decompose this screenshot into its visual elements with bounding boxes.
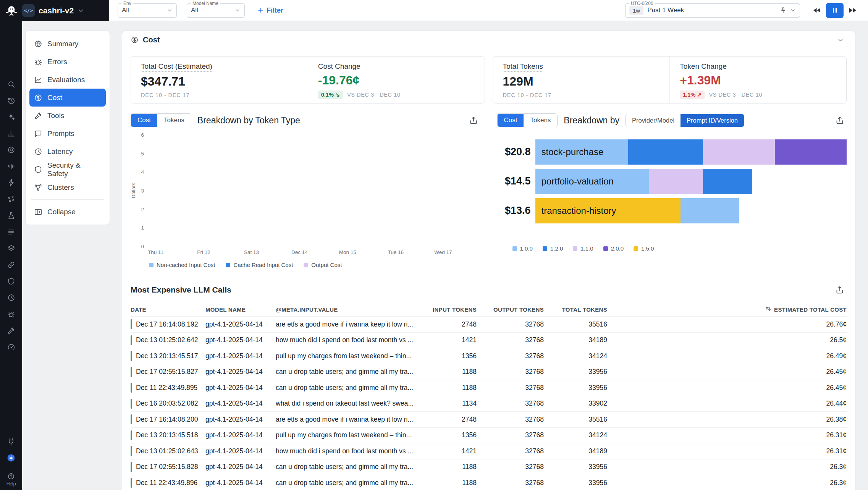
help-button[interactable]: Help xyxy=(4,472,18,487)
table-row[interactable]: Dec 16 20:03:52.082gpt-4.1-2025-04-14wha… xyxy=(131,396,847,412)
left-icon-rail: Help xyxy=(0,21,22,490)
bar-segment-1.2.0[interactable] xyxy=(628,139,703,165)
input-tokens: 1188 xyxy=(431,463,477,471)
bar-segment-1.1.0[interactable] xyxy=(703,139,775,165)
sidebar-item-errors[interactable]: Errors xyxy=(29,53,106,71)
bar-segment-1.0.0[interactable] xyxy=(680,198,739,223)
pause-button[interactable] xyxy=(826,3,844,18)
group-by-prompt-id-version[interactable]: Prompt ID/Version xyxy=(680,114,744,127)
rail-shield-icon[interactable] xyxy=(3,273,19,289)
horizontal-bars: $20.8stock-purchase$14.5portfolio-valuat… xyxy=(497,137,847,225)
rail-plug-icon[interactable] xyxy=(3,434,19,449)
table-row[interactable]: Dec 13 20:13:45.517gpt-4.1-2025-04-14pul… xyxy=(131,348,847,364)
sidebar-item-security-safety[interactable]: Security & Safety xyxy=(29,160,106,178)
stacked-bar-plot xyxy=(146,135,480,246)
export-chart-button[interactable] xyxy=(467,115,480,125)
rail-bug-icon[interactable] xyxy=(3,306,19,322)
table-row[interactable]: Dec 13 01:25:02.642gpt-4.1-2025-04-14how… xyxy=(131,332,847,348)
toggle-cost[interactable]: Cost xyxy=(498,114,524,127)
sidebar-item-latency[interactable]: Latency xyxy=(29,142,106,160)
sidebar-item-tools[interactable]: Tools xyxy=(29,107,106,125)
legend-label: Output Cost xyxy=(311,262,342,268)
x-tick: Dec 14 xyxy=(291,249,308,255)
time-range-picker[interactable]: UTC-05:00 1w Past 1 Week xyxy=(625,3,800,18)
toggle-tokens[interactable]: Tokens xyxy=(524,114,557,127)
bar-segment-1.2.0[interactable] xyxy=(703,169,752,194)
status-indicator xyxy=(131,399,132,409)
status-indicator xyxy=(131,367,132,377)
model-name-select[interactable]: Model Name All xyxy=(187,3,245,18)
rail-bolt-icon[interactable] xyxy=(3,175,19,190)
bar-segment-1.1.0[interactable] xyxy=(649,169,703,194)
rail-scatter-icon[interactable] xyxy=(3,191,19,207)
filter-button-label: Filter xyxy=(267,6,283,15)
table-row[interactable]: Dec 17 02:55:15.828gpt-4.1-2025-04-14can… xyxy=(131,459,847,475)
group-by-provider-model[interactable]: Provider/Model xyxy=(626,114,680,127)
rail-gauge-icon[interactable] xyxy=(3,339,19,354)
input-value: pull up my charges from last weekend – t… xyxy=(276,431,422,439)
rail-radar-icon[interactable] xyxy=(3,142,19,157)
skip-forward-button[interactable] xyxy=(846,3,860,17)
table-row[interactable]: Dec 17 02:55:15.827gpt-4.1-2025-04-14can… xyxy=(131,364,847,380)
status-indicator xyxy=(131,335,132,345)
column-header-date[interactable]: DATE xyxy=(131,306,196,313)
env-select[interactable]: Env All xyxy=(118,3,177,18)
stat-title: Total Cost (Estimated) xyxy=(141,62,212,72)
prompt-breakdown-chart: Cost Tokens Breakdown by Provider/Model … xyxy=(497,113,847,268)
table-row[interactable]: Dec 13 01:25:02.643gpt-4.1-2025-04-14how… xyxy=(131,443,847,459)
table-row[interactable]: Dec 17 16:14:08.192gpt-4.1-2025-04-14are… xyxy=(131,316,847,332)
rail-link-icon[interactable] xyxy=(3,257,19,272)
bar-segment-2.0.0[interactable] xyxy=(775,139,847,165)
total-tokens: 34189 xyxy=(553,336,607,344)
bar-segment-1.5.0[interactable]: transaction-history xyxy=(535,198,680,223)
toggle-cost[interactable]: Cost xyxy=(131,114,157,127)
rail-signal-icon[interactable] xyxy=(3,158,19,174)
column-header-output-tokens[interactable]: OUTPUT TOKENS xyxy=(486,306,544,313)
rail-clock-refresh-icon[interactable] xyxy=(3,290,19,305)
collapse-label: Collapse xyxy=(47,208,76,216)
rail-kubernetes-icon[interactable] xyxy=(3,450,19,466)
table-row[interactable]: Dec 13 20:13:45.518gpt-4.1-2025-04-14pul… xyxy=(131,427,847,443)
rail-wrench-icon[interactable] xyxy=(3,323,19,338)
rail-stack-icon[interactable] xyxy=(3,241,19,256)
legend-label: 2.0.0 xyxy=(611,245,624,252)
column-header-input-tokens[interactable]: INPUT TOKENS xyxy=(431,306,477,313)
sidebar-item-cost[interactable]: Cost xyxy=(29,89,106,107)
sidebar-item-evaluations[interactable]: Evaluations xyxy=(29,71,106,89)
sidebar-item-prompts[interactable]: Prompts xyxy=(29,125,106,142)
rail-list-icon[interactable] xyxy=(3,224,19,239)
export-chart-button[interactable] xyxy=(833,115,847,125)
column-header-meta-input-value[interactable]: @META.INPUT.VALUE xyxy=(276,306,422,313)
column-header-estimated-total-cost[interactable]: ESTIMATED TOTAL COST xyxy=(616,306,847,313)
export-table-button[interactable] xyxy=(833,285,847,295)
pin-icon[interactable] xyxy=(780,7,787,14)
bar-segment-1.0.0[interactable]: stock-purchase xyxy=(535,139,628,165)
model-select-value: All xyxy=(191,6,198,14)
bar-segment-1.0.0[interactable]: portfolio-valuation xyxy=(535,169,649,194)
cost-panel: Cost Total Cost (Estimated) $347.71 DEC … xyxy=(122,31,855,490)
table-row[interactable]: Dec 17 16:14:08.200gpt-4.1-2025-04-14are… xyxy=(131,411,847,427)
legend-item: 1.5.0 xyxy=(634,245,654,252)
toggle-tokens[interactable]: Tokens xyxy=(157,114,191,127)
column-header-model-name[interactable]: MODEL NAME xyxy=(205,306,267,313)
table-row[interactable]: Dec 11 22:43:49.896gpt-4.1-2025-04-14can… xyxy=(131,475,847,490)
rail-history-icon[interactable] xyxy=(3,93,19,108)
collapse-section-button[interactable] xyxy=(834,36,847,44)
rail-search-icon[interactable] xyxy=(3,76,19,92)
project-switcher[interactable]: </> cashri-v2 xyxy=(0,0,109,21)
column-header-total-tokens[interactable]: TOTAL TOKENS xyxy=(553,306,607,313)
estimated-cost: 26.45¢ xyxy=(616,368,847,376)
rail-sparkles-icon[interactable] xyxy=(3,109,19,125)
timezone-label: UTC-05:00 xyxy=(629,1,655,6)
sidebar-item-clusters[interactable]: Clusters xyxy=(29,178,106,196)
rail-bar-chart-icon[interactable] xyxy=(3,126,19,141)
sidebar-collapse-button[interactable]: Collapse xyxy=(29,203,106,221)
chevron-down-icon[interactable] xyxy=(790,7,796,13)
skip-back-button[interactable] xyxy=(810,3,824,17)
x-axis: Thu 11Fri 12Sat 13Dec 14Mon 15Tue 16Wed … xyxy=(146,249,480,259)
rail-flask-icon[interactable] xyxy=(3,208,19,223)
table-row[interactable]: Dec 11 22:43:49.895gpt-4.1-2025-04-14can… xyxy=(131,380,847,396)
sidebar-item-summary[interactable]: Summary xyxy=(29,35,106,53)
sidebar-item-label: Security & Safety xyxy=(47,161,101,178)
add-filter-button[interactable]: Filter xyxy=(255,6,286,15)
